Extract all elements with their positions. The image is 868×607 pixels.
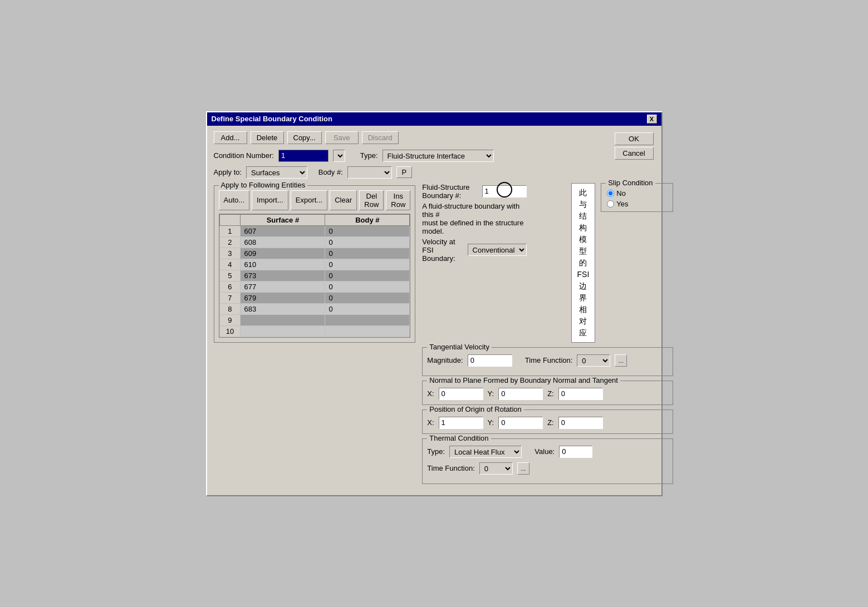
- right-panel: Fluid-Structure Boundary #: A fluid-stru…: [422, 183, 673, 488]
- type-label: Type:: [360, 151, 378, 160]
- row-index: 9: [219, 314, 241, 325]
- velocity-dropdown[interactable]: Conventional: [468, 244, 527, 256]
- row-body: 0: [325, 259, 410, 270]
- row-surface: 609: [241, 248, 325, 259]
- thermal-type-row: Type: Local Heat Flux Value:: [427, 446, 668, 458]
- normal-y-input[interactable]: [498, 388, 543, 400]
- fsi-note: A fluid-structure boundary with this # m…: [422, 202, 526, 235]
- col-index: [219, 214, 241, 225]
- body-label: Body #:: [318, 168, 343, 176]
- rotation-x-input[interactable]: [439, 417, 483, 429]
- fsi-boundary-input[interactable]: [482, 185, 527, 198]
- row-surface: 679: [241, 292, 325, 303]
- discard-button[interactable]: Discard: [362, 131, 399, 144]
- row-index: 7: [219, 292, 241, 303]
- magnitude-input[interactable]: [468, 354, 512, 367]
- left-panel: Apply to Following Entities Auto... Impo…: [214, 183, 416, 488]
- normal-y-label: Y:: [488, 389, 494, 398]
- copy-button[interactable]: Copy...: [287, 131, 322, 144]
- row-body: 0: [325, 292, 410, 303]
- entities-toolbar: Auto... Import... Export... Clear Del Ro…: [219, 190, 411, 210]
- row-surface: [241, 314, 325, 325]
- normal-x-input[interactable]: [439, 388, 483, 400]
- rotation-group: Position of Origin of Rotation X: Y: Z:: [422, 409, 673, 434]
- condition-number-label: Condition Number:: [214, 151, 274, 160]
- cancel-button[interactable]: Cancel: [615, 147, 654, 160]
- annotation-line2: FSI边界相对应: [577, 269, 590, 339]
- table-row: 36090: [219, 248, 410, 259]
- row-body: [325, 325, 410, 337]
- table-row: 56730: [219, 270, 410, 281]
- row-surface: 608: [241, 236, 325, 248]
- normal-z-input[interactable]: [558, 388, 603, 400]
- row-body: 0: [325, 236, 410, 248]
- export-button[interactable]: Export...: [291, 190, 327, 210]
- thermal-type-dropdown[interactable]: Local Heat Flux: [449, 446, 522, 458]
- row-body: [325, 314, 410, 325]
- row-body: 0: [325, 248, 410, 259]
- tangential-row: Magnitude: Time Function: 0 ...: [427, 354, 668, 367]
- fsi-boundary-label: Fluid-Structure Boundary #:: [422, 183, 477, 200]
- p-button[interactable]: P: [396, 166, 412, 178]
- thermal-time-button[interactable]: ...: [517, 462, 529, 475]
- velocity-label: Velocity at FSI Boundary:: [422, 238, 463, 263]
- entities-group-label: Apply to Following Entities: [219, 181, 308, 189]
- entities-table-container: Surface # Body # 16070260803609046100567…: [219, 214, 411, 338]
- entities-table: Surface # Body # 16070260803609046100567…: [219, 214, 410, 337]
- annotation-section: 此与结构模型的 FSI边界相对应: [538, 183, 596, 343]
- fsi-section: Fluid-Structure Boundary #: A fluid-stru…: [422, 183, 526, 267]
- fsi-boundary-circled-container: [482, 185, 527, 198]
- delete-button[interactable]: Delete: [251, 131, 284, 144]
- row-index: 8: [219, 303, 241, 314]
- table-row: 86830: [219, 303, 410, 314]
- body-dropdown[interactable]: [347, 166, 392, 179]
- row-surface: 683: [241, 303, 325, 314]
- row-index: 4: [219, 259, 241, 270]
- slip-yes-row: Yes: [607, 200, 667, 208]
- condition-number-input[interactable]: [278, 150, 328, 162]
- apply-row: Apply to: Surfaces Body #: P: [214, 166, 655, 179]
- normal-x-label: X:: [427, 389, 434, 398]
- slip-no-radio[interactable]: [607, 190, 614, 197]
- table-row: 10: [219, 325, 410, 337]
- close-button[interactable]: X: [647, 115, 657, 124]
- rotation-y-input[interactable]: [498, 417, 543, 429]
- slip-yes-radio[interactable]: [607, 200, 614, 208]
- thermal-label: Thermal Condition: [427, 434, 491, 442]
- time-function-label: Time Function:: [525, 356, 573, 364]
- normal-xyz-row: X: Y: Z:: [427, 388, 668, 400]
- auto-button[interactable]: Auto...: [219, 190, 250, 210]
- clear-button[interactable]: Clear: [330, 190, 357, 210]
- rotation-y-label: Y:: [488, 418, 494, 427]
- thermal-value-label: Value:: [534, 447, 555, 456]
- row-index: 6: [219, 281, 241, 292]
- rotation-z-label: Z:: [547, 418, 554, 427]
- window-title: Define Special Boundary Condition: [212, 115, 332, 123]
- row-index: 3: [219, 248, 241, 259]
- time-function-button[interactable]: ...: [615, 354, 627, 367]
- tangential-label: Tangential Velocity: [427, 343, 492, 351]
- add-button[interactable]: Add...: [214, 131, 247, 144]
- rotation-z-input[interactable]: [558, 417, 603, 429]
- time-function-dropdown[interactable]: 0: [577, 354, 610, 367]
- tangential-group: Tangential Velocity Magnitude: Time Func…: [422, 347, 673, 376]
- table-row: 9: [219, 314, 410, 325]
- apply-dropdown[interactable]: Surfaces: [246, 166, 307, 179]
- thermal-time-dropdown[interactable]: 0: [479, 462, 513, 475]
- ins-row-button[interactable]: Ins Row: [386, 190, 410, 210]
- del-row-button[interactable]: Del Row: [359, 190, 384, 210]
- row-surface: [241, 325, 325, 337]
- ok-button[interactable]: OK: [615, 132, 654, 145]
- row-index: 10: [219, 325, 241, 337]
- condition-number-dropdown[interactable]: ▼: [333, 150, 345, 162]
- table-row: 26080: [219, 236, 410, 248]
- slip-no-label: No: [616, 189, 626, 198]
- row-surface: 610: [241, 259, 325, 270]
- magnitude-label: Magnitude:: [427, 356, 463, 364]
- save-button[interactable]: Save: [325, 131, 359, 144]
- import-button[interactable]: Import...: [252, 190, 288, 210]
- top-right-section: Fluid-Structure Boundary #: A fluid-stru…: [422, 183, 673, 343]
- type-dropdown[interactable]: Fluid-Structure Interface: [382, 150, 494, 162]
- slip-label: Slip Condition: [606, 179, 655, 187]
- thermal-value-input[interactable]: [559, 446, 592, 458]
